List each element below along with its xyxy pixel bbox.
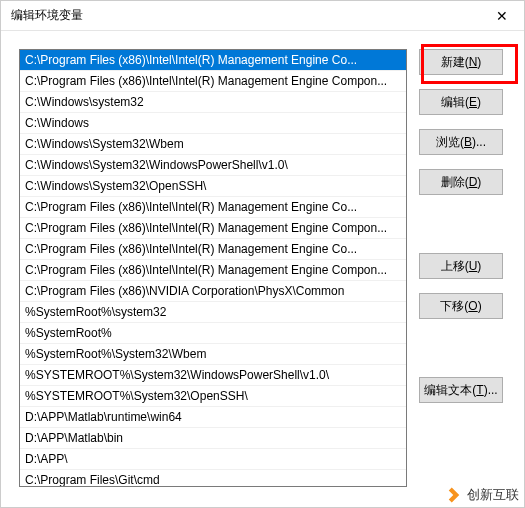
new-button[interactable]: 新建(N) xyxy=(419,49,503,75)
path-list-item[interactable]: C:\Program Files (x86)\Intel\Intel(R) Ma… xyxy=(20,260,406,281)
path-list-item[interactable]: C:\Program Files\Git\cmd xyxy=(20,470,406,487)
delete-button[interactable]: 删除(D) xyxy=(419,169,503,195)
edit-button[interactable]: 编辑(E) xyxy=(419,89,503,115)
dialog-title: 编辑环境变量 xyxy=(11,7,83,24)
path-list-item[interactable]: C:\Program Files (x86)\Intel\Intel(R) Ma… xyxy=(20,218,406,239)
path-list-item[interactable]: C:\Program Files (x86)\Intel\Intel(R) Ma… xyxy=(20,239,406,260)
path-list-item[interactable]: C:\Program Files (x86)\NVIDIA Corporatio… xyxy=(20,281,406,302)
close-button[interactable]: ✕ xyxy=(479,1,524,31)
path-list-item[interactable]: C:\Windows\System32\OpenSSH\ xyxy=(20,176,406,197)
button-panel: 新建(N) 编辑(E) 浏览(B)... 删除(D) 上移(U) 下移(O) xyxy=(419,49,503,493)
edit-text-button[interactable]: 编辑文本(T)... xyxy=(419,377,503,403)
path-list-item[interactable]: %SystemRoot% xyxy=(20,323,406,344)
path-list[interactable]: C:\Program Files (x86)\Intel\Intel(R) Ma… xyxy=(19,49,407,487)
path-list-item[interactable]: D:\APP\Matlab\runtime\win64 xyxy=(20,407,406,428)
titlebar: 编辑环境变量 ✕ xyxy=(1,1,524,31)
path-list-item[interactable]: D:\APP\Matlab\bin xyxy=(20,428,406,449)
path-list-item[interactable]: C:\Program Files (x86)\Intel\Intel(R) Ma… xyxy=(20,50,406,71)
browse-button[interactable]: 浏览(B)... xyxy=(419,129,503,155)
path-list-item[interactable]: C:\Windows\System32\WindowsPowerShell\v1… xyxy=(20,155,406,176)
path-list-item[interactable]: %SYSTEMROOT%\System32\WindowsPowerShell\… xyxy=(20,365,406,386)
dialog-content: C:\Program Files (x86)\Intel\Intel(R) Ma… xyxy=(1,31,524,507)
path-list-item[interactable]: %SYSTEMROOT%\System32\OpenSSH\ xyxy=(20,386,406,407)
path-list-item[interactable]: %SystemRoot%\System32\Wbem xyxy=(20,344,406,365)
move-up-button[interactable]: 上移(U) xyxy=(419,253,503,279)
path-list-item[interactable]: C:\Program Files (x86)\Intel\Intel(R) Ma… xyxy=(20,71,406,92)
move-down-button[interactable]: 下移(O) xyxy=(419,293,503,319)
path-list-item[interactable]: C:\Windows\system32 xyxy=(20,92,406,113)
path-list-item[interactable]: C:\Windows xyxy=(20,113,406,134)
path-list-item[interactable]: %SystemRoot%\system32 xyxy=(20,302,406,323)
path-list-item[interactable]: C:\Windows\System32\Wbem xyxy=(20,134,406,155)
close-icon: ✕ xyxy=(496,8,508,24)
path-list-item[interactable]: D:\APP\ xyxy=(20,449,406,470)
environment-variable-dialog: 编辑环境变量 ✕ C:\Program Files (x86)\Intel\In… xyxy=(0,0,525,508)
path-list-item[interactable]: C:\Program Files (x86)\Intel\Intel(R) Ma… xyxy=(20,197,406,218)
